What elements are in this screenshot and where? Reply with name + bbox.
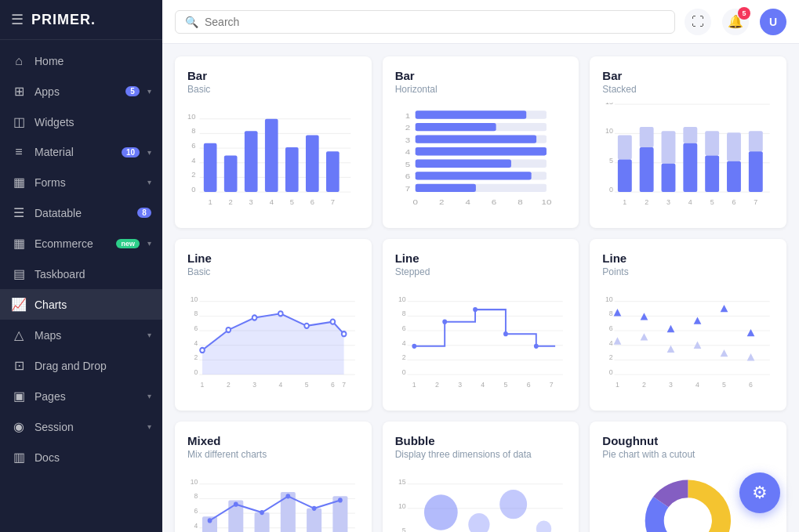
svg-text:1: 1 xyxy=(616,380,619,388)
svg-text:7: 7 xyxy=(754,197,758,205)
svg-point-177 xyxy=(260,510,264,515)
sidebar-label-docs: Docs xyxy=(35,451,151,464)
svg-text:8: 8 xyxy=(194,309,198,317)
sidebar-item-charts[interactable]: 📈 Charts xyxy=(0,289,162,320)
chart-card-line-basic[interactable]: Line Basic 12345670246810 xyxy=(175,239,372,411)
sidebar-item-pages[interactable]: ▣ Pages ▾ xyxy=(0,381,162,411)
svg-text:0: 0 xyxy=(412,197,418,206)
svg-rect-12 xyxy=(326,151,340,192)
svg-text:4: 4 xyxy=(194,521,198,529)
sidebar-item-ecommerce[interactable]: ▦ Ecommerce new ▾ xyxy=(0,228,162,259)
sidebar: ☰ PRIMER. ⌂ Home ⊞ Apps 5 ▾ ◫ Widgets ≡ … xyxy=(0,0,162,532)
sidebar-label-home: Home xyxy=(35,55,151,67)
pages-icon: ▣ xyxy=(11,389,27,404)
search-input[interactable] xyxy=(205,16,665,28)
svg-text:8: 8 xyxy=(609,309,613,317)
chart-title-bar-basic: Bar xyxy=(187,69,359,82)
svg-text:0: 0 xyxy=(609,368,613,376)
svg-text:15: 15 xyxy=(398,477,406,485)
chart-card-mixed[interactable]: Mixed Mix different charts 1234560246810 xyxy=(175,422,372,532)
sidebar-item-taskboard[interactable]: ▤ Taskboard xyxy=(0,259,162,289)
svg-text:5: 5 xyxy=(710,197,714,205)
fab-button[interactable]: ⚙ xyxy=(739,472,780,513)
svg-point-175 xyxy=(208,518,212,523)
svg-marker-142 xyxy=(694,317,702,324)
svg-point-116 xyxy=(442,320,447,324)
sidebar-label-taskboard: Taskboard xyxy=(35,268,151,280)
sidebar-item-datatable[interactable]: ☰ Datatable 8 xyxy=(0,197,162,228)
fullscreen-button[interactable]: ⛶ xyxy=(685,9,711,35)
chart-card-line-stepped[interactable]: Line Stepped 12345670246810 xyxy=(383,239,579,411)
svg-rect-59 xyxy=(640,127,654,147)
badge-apps: 5 xyxy=(125,86,140,96)
sidebar-item-forms[interactable]: ▦ Forms ▾ xyxy=(0,167,162,197)
svg-point-89 xyxy=(200,348,205,353)
chart-subtitle-bar-basic: Basic xyxy=(187,84,359,95)
svg-rect-171 xyxy=(255,512,270,532)
datatable-icon: ☰ xyxy=(11,205,27,220)
chart-viz-bubble: 051015 xyxy=(395,468,567,532)
content: Bar Basic 12345670246810 Bar Horizontal … xyxy=(162,44,799,532)
chart-card-bar-horizontal[interactable]: Bar Horizontal 12345670246810 xyxy=(383,56,579,228)
chart-card-bar-basic[interactable]: Bar Basic 12345670246810 xyxy=(175,56,372,228)
svg-text:6: 6 xyxy=(405,172,411,181)
chart-subtitle-bar-horizontal: Horizontal xyxy=(395,84,567,95)
chevron-pages: ▾ xyxy=(147,392,151,400)
hamburger-icon[interactable]: ☰ xyxy=(11,11,24,28)
svg-point-92 xyxy=(278,311,283,316)
sidebar-item-apps[interactable]: ⊞ Apps 5 ▾ xyxy=(0,76,162,107)
sidebar-nav: ⌂ Home ⊞ Apps 5 ▾ ◫ Widgets ≡ Material 1… xyxy=(0,40,162,532)
svg-text:0: 0 xyxy=(194,368,198,376)
badge-material: 10 xyxy=(122,147,140,157)
chart-viz-line-basic: 12345670246810 xyxy=(187,285,359,398)
svg-point-199 xyxy=(499,490,527,519)
forms-icon: ▦ xyxy=(11,175,27,190)
header: 🔍 ⛶ 🔔 5 U xyxy=(162,0,799,44)
svg-rect-70 xyxy=(749,151,763,192)
svg-marker-148 xyxy=(694,342,702,349)
sidebar-item-session[interactable]: ◉ Session ▾ xyxy=(0,411,162,442)
svg-rect-9 xyxy=(265,119,278,192)
svg-text:10: 10 xyxy=(605,127,613,135)
chevron-forms: ▾ xyxy=(147,178,151,186)
svg-text:2: 2 xyxy=(229,198,233,206)
sidebar-item-material[interactable]: ≡ Material 10 ▾ xyxy=(0,137,162,167)
svg-text:8: 8 xyxy=(518,197,523,206)
svg-text:4: 4 xyxy=(405,147,411,156)
chevron-ecommerce: ▾ xyxy=(147,239,151,248)
svg-rect-65 xyxy=(706,131,720,155)
notifications-badge: 5 xyxy=(738,7,750,20)
sidebar-item-maps[interactable]: △ Maps ▾ xyxy=(0,320,162,350)
svg-marker-147 xyxy=(667,346,675,353)
chevron-material: ▾ xyxy=(147,148,151,157)
chart-card-bubble[interactable]: Bubble Display three dimensions of data … xyxy=(383,422,579,532)
svg-point-118 xyxy=(503,331,508,336)
svg-text:6: 6 xyxy=(194,324,198,332)
chart-viz-mixed: 1234560246810 xyxy=(187,468,359,532)
sidebar-item-widgets[interactable]: ◫ Widgets xyxy=(0,107,162,137)
sidebar-item-docs[interactable]: ▥ Docs xyxy=(0,442,162,472)
avatar[interactable]: U xyxy=(760,9,786,35)
svg-text:6: 6 xyxy=(491,197,496,206)
svg-text:3: 3 xyxy=(249,198,253,206)
svg-text:1: 1 xyxy=(412,380,416,388)
chart-card-bar-stacked[interactable]: Bar Stacked 1234567051015 xyxy=(590,56,786,228)
svg-text:2: 2 xyxy=(227,380,231,388)
svg-text:4: 4 xyxy=(609,338,613,346)
chart-subtitle-bar-stacked: Stacked xyxy=(602,84,774,95)
svg-text:5: 5 xyxy=(305,380,309,388)
svg-text:5: 5 xyxy=(503,380,507,388)
svg-text:15: 15 xyxy=(605,103,613,106)
svg-rect-33 xyxy=(415,110,525,118)
chart-title-doughnut: Doughnut xyxy=(602,434,774,447)
sidebar-item-drag-drop[interactable]: ⊡ Drag and Drop xyxy=(0,350,162,381)
svg-marker-145 xyxy=(614,337,622,344)
svg-rect-58 xyxy=(618,160,632,192)
sidebar-label-charts: Charts xyxy=(35,299,151,311)
notifications-button[interactable]: 🔔 5 xyxy=(722,9,749,35)
svg-marker-144 xyxy=(747,329,755,336)
chart-card-line-points[interactable]: Line Points 1234560246810 xyxy=(590,239,786,411)
sidebar-item-home[interactable]: ⌂ Home xyxy=(0,46,162,76)
svg-text:6: 6 xyxy=(194,507,198,515)
chevron-apps: ▾ xyxy=(147,87,151,96)
